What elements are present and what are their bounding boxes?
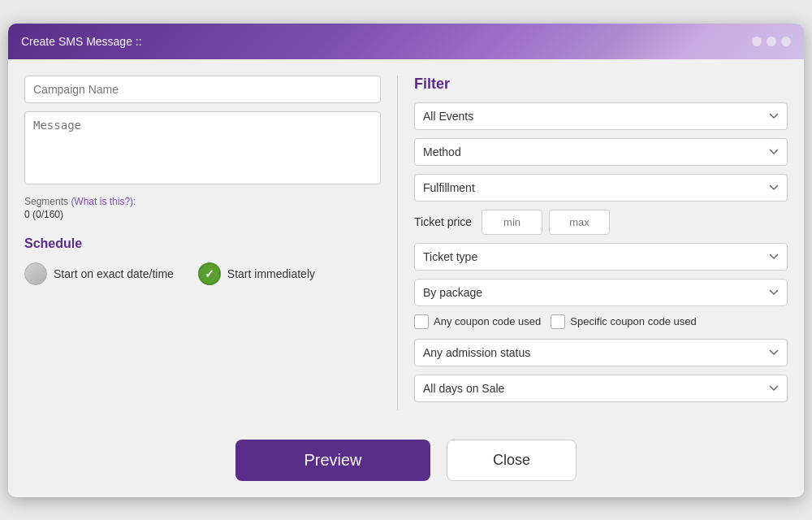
- schedule-exact-radio[interactable]: [24, 262, 47, 285]
- specific-coupon-option[interactable]: Specific coupon code used: [551, 314, 696, 329]
- left-panel: Segments (What is this?): 0 (0/160) Sche…: [24, 76, 398, 410]
- admission-select[interactable]: Any admission status: [414, 339, 788, 366]
- window-dot-3[interactable]: [781, 37, 791, 46]
- segments-label: Segments (What is this?):: [24, 196, 381, 207]
- content-area: Segments (What is this?): 0 (0/160) Sche…: [8, 59, 804, 427]
- window-dot-1[interactable]: [752, 37, 762, 46]
- close-button[interactable]: Close: [447, 440, 577, 481]
- specific-coupon-checkbox[interactable]: [551, 314, 565, 329]
- any-coupon-checkbox[interactable]: [414, 314, 429, 329]
- filter-title: Filter: [414, 76, 788, 93]
- method-select[interactable]: Method: [414, 138, 788, 166]
- window-title: Create SMS Message ::: [21, 35, 142, 48]
- schedule-exact-label: Start on exact date/time: [54, 267, 174, 280]
- days-on-sale-select[interactable]: All days on Sale: [414, 375, 788, 402]
- schedule-immediate-label: Start immediately: [227, 267, 315, 280]
- by-package-select[interactable]: By package: [414, 279, 788, 306]
- any-coupon-label: Any coupon code used: [434, 315, 541, 327]
- ticket-price-row: Ticket price: [414, 210, 788, 235]
- message-input[interactable]: [24, 111, 381, 184]
- fulfillment-select[interactable]: Fulfillment: [414, 174, 788, 202]
- preview-button[interactable]: Preview: [235, 440, 430, 481]
- schedule-immediate[interactable]: Start immediately: [198, 262, 315, 285]
- schedule-exact[interactable]: Start on exact date/time: [24, 262, 174, 285]
- campaign-name-input[interactable]: [24, 76, 381, 103]
- titlebar: Create SMS Message ::: [8, 24, 804, 59]
- events-select[interactable]: All Events: [414, 102, 788, 130]
- segments-count: 0 (0/160): [24, 209, 381, 220]
- ticket-price-label: Ticket price: [414, 215, 472, 228]
- coupon-row: Any coupon code used Specific coupon cod…: [414, 314, 788, 329]
- window-controls: [752, 37, 791, 46]
- specific-coupon-label: Specific coupon code used: [570, 315, 696, 327]
- schedule-title: Schedule: [24, 236, 381, 251]
- segments-link[interactable]: (What is this?):: [71, 196, 136, 207]
- right-panel: Filter All Events Method Fulfillment Tic…: [398, 76, 788, 410]
- ticket-type-select[interactable]: Ticket type: [414, 243, 788, 271]
- ticket-price-max[interactable]: [549, 210, 610, 235]
- schedule-immediate-radio[interactable]: [198, 262, 221, 285]
- ticket-price-min[interactable]: [482, 210, 542, 235]
- schedule-options: Start on exact date/time Start immediate…: [24, 262, 381, 285]
- window-dot-2[interactable]: [767, 37, 776, 46]
- main-window: Create SMS Message :: Segments (What is …: [8, 24, 804, 497]
- footer-bar: Preview Close: [8, 427, 804, 497]
- any-coupon-option[interactable]: Any coupon code used: [414, 314, 541, 329]
